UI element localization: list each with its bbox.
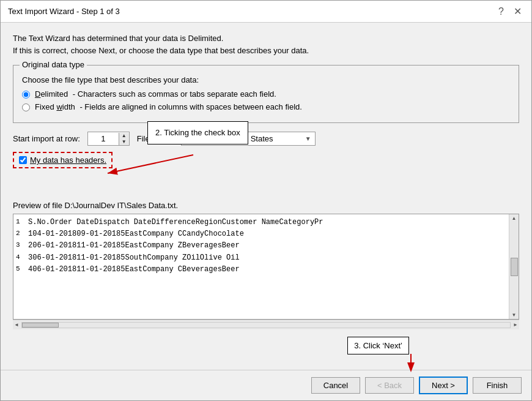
dialog-title: Text Import Wizard - Step 1 of 3 <box>8 7 120 16</box>
preview-scrollbar-vertical[interactable]: ▲ ▼ <box>509 214 519 319</box>
preview-row: 3206-01-201811-01-20185EastCompany ZBeve… <box>16 240 506 252</box>
row-number: 4 <box>16 252 26 264</box>
row-number: 3 <box>16 240 26 252</box>
import-settings-row: Start import at row: ▲ ▼ File origin: 43… <box>13 132 519 146</box>
start-row-input[interactable] <box>88 132 119 145</box>
preview-label: Preview of file D:\JournalDev IT\Sales D… <box>13 201 519 210</box>
h-scrollbar-thumb[interactable] <box>22 323 59 328</box>
radio-fixed-desc: - Fields are aligned in columns with spa… <box>79 102 301 111</box>
close-button[interactable]: ✕ <box>511 6 524 17</box>
annotation-number: 2. <box>155 128 164 137</box>
click-next-arrow-svg <box>396 354 426 372</box>
preview-section: Preview of file D:\JournalDev IT\Sales D… <box>13 201 519 329</box>
annotation-callout-box: 2. Ticking the check box <box>147 121 248 144</box>
preview-row: 2104-01-201809-01-20185EastCompany CCand… <box>16 228 506 240</box>
preview-row: 4306-01-201811-01-20185SouthCompany ZOil… <box>16 252 506 264</box>
dropdown-arrow-icon: ▼ <box>305 135 311 142</box>
click-next-callout: 3. Click ‘Next’ <box>347 337 409 354</box>
row-data: 306-01-201811-01-20185SouthCompany ZOilO… <box>28 252 240 264</box>
preview-content: 1S.No.Order DateDispatch DateDifferenceR… <box>13 214 509 319</box>
radio-delimited[interactable] <box>22 91 30 99</box>
click-next-text: 3. Click ‘Next’ <box>354 341 402 350</box>
radio-delimited-desc: - Characters such as commas or tabs sepa… <box>73 89 276 99</box>
bottom-annotation-area: 3. Click ‘Next’ <box>13 335 519 360</box>
preview-row: 5406-01-201811-01-20185EastCompany CBeve… <box>16 264 506 275</box>
scroll-up-btn[interactable]: ▲ <box>512 215 517 221</box>
group-content: Choose the file type that best describes… <box>22 75 510 111</box>
text-import-wizard-dialog: Text Import Wizard - Step 1 of 3 ? ✕ The… <box>0 0 532 401</box>
dialog-body: The Text Wizard has determined that your… <box>1 23 531 370</box>
back-button[interactable]: < Back <box>365 377 414 394</box>
row-number: 2 <box>16 228 26 240</box>
h-scrollbar-track <box>21 322 511 328</box>
spin-down-btn[interactable]: ▼ <box>119 139 129 145</box>
row-data: 406-01-201811-01-20185EastCompany CBever… <box>28 264 240 275</box>
title-bar: Text Import Wizard - Step 1 of 3 ? ✕ <box>1 1 531 23</box>
start-import-label: Start import at row: <box>13 134 80 143</box>
help-button[interactable]: ? <box>496 6 506 17</box>
cancel-button[interactable]: Cancel <box>311 377 360 394</box>
spin-up-btn[interactable]: ▲ <box>119 133 129 139</box>
scroll-down-btn[interactable]: ▼ <box>512 312 517 318</box>
next-button[interactable]: Next > <box>419 377 468 394</box>
callout-arrow-svg <box>95 149 205 198</box>
intro-line2: If this is correct, choose Next, or choo… <box>13 45 519 57</box>
radio-fixed[interactable] <box>22 103 30 111</box>
intro-line1: The Text Wizard has determined that your… <box>13 32 519 45</box>
scroll-right-btn[interactable]: ► <box>513 322 518 328</box>
radio-delimited-label[interactable]: Delimited - Characters such as commas or… <box>35 89 276 99</box>
svg-line-1 <box>108 155 193 173</box>
headers-annotation-area: My data has headers. 2. Ticking the chec… <box>13 152 519 195</box>
preview-row: 1S.No.Order DateDispatch DateDifferenceR… <box>16 217 506 228</box>
row-data: 206-01-201811-01-20185EastCompany ZBever… <box>28 240 240 252</box>
group-label: Original data type <box>20 60 87 69</box>
row-data: S.No.Order DateDispatch DateDifferenceRe… <box>28 217 323 228</box>
title-bar-controls: ? ✕ <box>496 6 524 17</box>
annotation-text: Ticking the check box <box>164 128 240 137</box>
intro-text: The Text Wizard has determined that your… <box>13 32 519 56</box>
radio-fixed-row: Fixed width - Fields are aligned in colu… <box>22 102 510 111</box>
scroll-left-btn[interactable]: ◄ <box>14 322 19 328</box>
radio-delimited-row: Delimited - Characters such as commas or… <box>22 89 510 99</box>
preview-box: 1S.No.Order DateDispatch DateDifferenceR… <box>13 214 519 320</box>
finish-button[interactable]: Finish <box>473 377 522 394</box>
radio-fixed-label[interactable]: Fixed width - Fields are aligned in colu… <box>35 102 302 111</box>
scrollbar-thumb[interactable] <box>511 258 518 276</box>
row-number: 1 <box>16 217 26 228</box>
preview-scrollbar-horizontal[interactable]: ◄ ► <box>13 320 519 329</box>
original-data-type-group: Original data type Choose the file type … <box>13 65 519 123</box>
preview-wrapper: 1S.No.Order DateDispatch DateDifferenceR… <box>13 214 519 329</box>
row-number: 5 <box>16 264 26 275</box>
my-data-has-headers-checkbox[interactable] <box>19 156 27 164</box>
spin-arrows: ▲ ▼ <box>119 133 129 145</box>
row-data: 104-01-201809-01-20185EastCompany CCandy… <box>28 228 244 240</box>
start-row-spinner[interactable]: ▲ ▼ <box>87 132 130 146</box>
dialog-footer: Cancel < Back Next > Finish <box>1 370 531 400</box>
group-subtext: Choose the file type that best describes… <box>22 75 510 84</box>
